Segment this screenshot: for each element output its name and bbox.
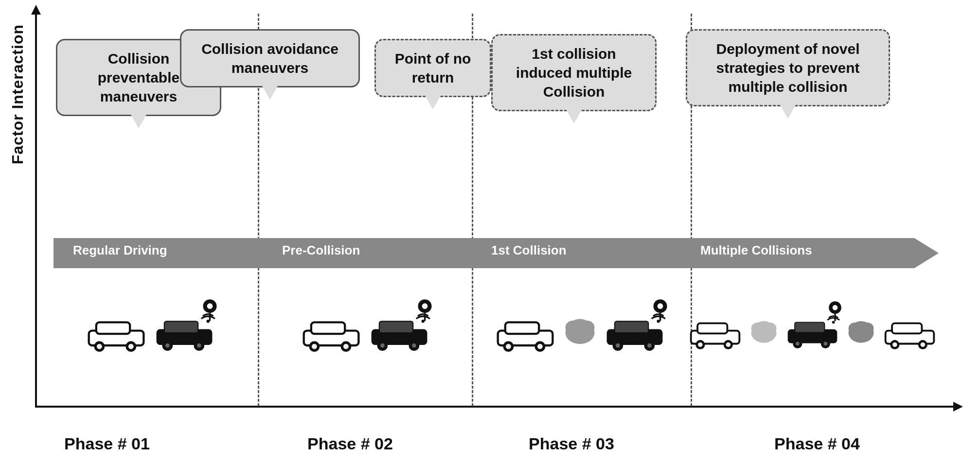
svg-point-5 bbox=[128, 343, 134, 349]
svg-point-9 bbox=[165, 343, 170, 347]
x-axis bbox=[35, 406, 954, 408]
svg-point-77 bbox=[921, 343, 926, 347]
car-normal-4a bbox=[687, 314, 743, 352]
svg-point-71 bbox=[853, 321, 869, 331]
timeline-label-pre-collision: Pre-Collision bbox=[282, 243, 360, 258]
svg-point-20 bbox=[343, 343, 348, 349]
svg-point-45 bbox=[647, 343, 652, 347]
bubble-point-no-return: Point of no return bbox=[374, 39, 491, 97]
location-pin-2 bbox=[416, 297, 433, 321]
phase-label-1: Phase # 01 bbox=[64, 434, 150, 453]
svg-point-43 bbox=[616, 343, 620, 347]
phase-label-4: Phase # 04 bbox=[774, 434, 860, 453]
svg-rect-41 bbox=[615, 321, 648, 333]
phase-label-2: Phase # 02 bbox=[307, 434, 393, 453]
y-axis-label: Factor Interaction bbox=[9, 24, 27, 164]
svg-rect-22 bbox=[379, 321, 412, 333]
impact-cloud-3 bbox=[845, 317, 877, 349]
svg-point-14 bbox=[207, 303, 213, 309]
svg-point-67 bbox=[833, 305, 838, 310]
svg-rect-73 bbox=[892, 323, 922, 333]
y-axis bbox=[35, 14, 37, 407]
svg-rect-7 bbox=[164, 321, 198, 333]
bubble-deployment: Deployment of novel strategies to preven… bbox=[686, 29, 890, 106]
svg-point-62 bbox=[796, 342, 800, 346]
svg-point-33 bbox=[506, 343, 511, 349]
cars-phase-2 bbox=[258, 279, 473, 386]
impact-cloud-2 bbox=[748, 317, 780, 349]
svg-point-65 bbox=[832, 321, 835, 324]
svg-point-39 bbox=[570, 319, 589, 332]
svg-point-75 bbox=[892, 343, 897, 347]
car-normal-2 bbox=[300, 312, 363, 354]
cars-phase-3 bbox=[472, 279, 687, 386]
cars-phase-1 bbox=[43, 279, 258, 386]
timeline-label-regular: Regular Driving bbox=[73, 243, 167, 258]
timeline-label-multiple: Multiple Collisions bbox=[700, 243, 812, 258]
impact-cloud-1 bbox=[562, 316, 598, 350]
svg-point-11 bbox=[197, 343, 201, 347]
svg-point-18 bbox=[311, 343, 317, 349]
cars-phase-4 bbox=[687, 279, 938, 386]
svg-rect-1 bbox=[96, 322, 130, 334]
svg-point-35 bbox=[537, 343, 543, 349]
car-normal-4b bbox=[882, 314, 938, 352]
location-pin-4 bbox=[827, 299, 843, 321]
svg-point-54 bbox=[726, 343, 731, 347]
location-pin-3 bbox=[652, 297, 669, 321]
svg-rect-50 bbox=[697, 323, 727, 333]
svg-point-52 bbox=[698, 343, 703, 347]
car-normal-3 bbox=[494, 312, 557, 354]
svg-point-48 bbox=[657, 303, 663, 309]
svg-point-24 bbox=[380, 343, 385, 347]
svg-point-64 bbox=[824, 342, 828, 346]
svg-point-29 bbox=[422, 303, 428, 309]
svg-rect-31 bbox=[505, 322, 539, 334]
timeline-label-1st-collision: 1st Collision bbox=[491, 243, 567, 258]
diagram-container: Factor Interaction Collision preventable… bbox=[0, 0, 980, 463]
bubble-first-collision: 1st collision induced multiple Collision bbox=[491, 34, 657, 111]
svg-point-26 bbox=[412, 343, 416, 347]
svg-rect-16 bbox=[311, 322, 344, 334]
phase-label-3: Phase # 03 bbox=[529, 434, 614, 453]
svg-rect-60 bbox=[795, 322, 824, 332]
cars-area bbox=[43, 279, 938, 386]
location-pin-1 bbox=[201, 297, 218, 321]
bubble-collision-avoidance: Collision avoidance maneuvers bbox=[180, 29, 360, 87]
svg-point-58 bbox=[756, 321, 772, 331]
svg-point-3 bbox=[97, 343, 102, 349]
car-normal-1 bbox=[85, 312, 148, 354]
